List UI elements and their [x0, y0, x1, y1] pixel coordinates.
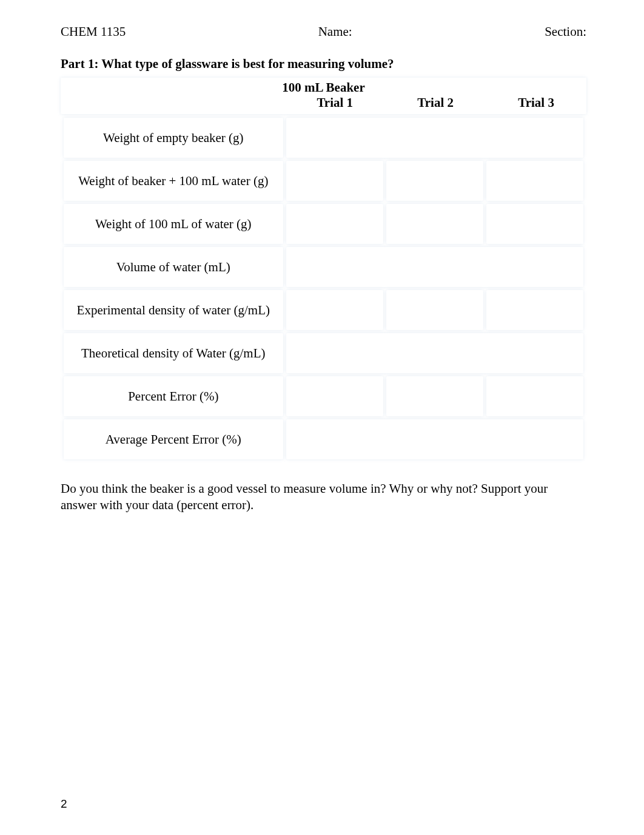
table-column-headers: Trial 1 Trial 2 Trial 3	[61, 95, 586, 110]
cell-r7-t1[interactable]	[286, 376, 383, 416]
cell-r7-t2[interactable]	[386, 376, 483, 416]
col-header-trial1: Trial 1	[284, 95, 385, 110]
section-label: Section:	[545, 24, 586, 39]
table-row: Weight of beaker + 100 mL water (g)	[64, 161, 583, 201]
row-label-water-weight: Weight of 100 mL of water (g)	[64, 204, 283, 244]
cell-r2-t2[interactable]	[386, 161, 483, 201]
cell-r3-t2[interactable]	[386, 204, 483, 244]
row-label-theo-density: Theoretical density of Water (g/mL)	[64, 333, 283, 373]
table-row: Percent Error (%)	[64, 376, 583, 416]
row-label-avg-percent-error: Average Percent Error (%)	[64, 419, 283, 459]
part-title: Part 1: What type of glassware is best f…	[61, 56, 586, 72]
cell-theo-density-wide[interactable]	[286, 333, 583, 373]
data-table: Weight of empty beaker (g) Weight of bea…	[61, 115, 586, 462]
cell-empty-beaker-wide[interactable]	[286, 118, 583, 158]
table-row: Weight of empty beaker (g)	[64, 118, 583, 158]
cell-volume-wide[interactable]	[286, 247, 583, 287]
table-header-block: 100 mL Beaker Trial 1 Trial 2 Trial 3	[61, 78, 586, 114]
cell-r2-t1[interactable]	[286, 161, 383, 201]
row-label-exp-density: Experimental density of water (g/mL)	[64, 290, 283, 330]
table-row: Weight of 100 mL of water (g)	[64, 204, 583, 244]
row-label-volume: Volume of water (mL)	[64, 247, 283, 287]
page-header: CHEM 1135 Name: Section:	[61, 24, 586, 39]
cell-r5-t1[interactable]	[286, 290, 383, 330]
table-row: Experimental density of water (g/mL)	[64, 290, 583, 330]
col-header-trial2: Trial 2	[385, 95, 486, 110]
cell-r2-t3[interactable]	[486, 161, 583, 201]
cell-avg-error-wide[interactable]	[286, 419, 583, 459]
col-header-trial3: Trial 3	[486, 95, 586, 110]
name-label: Name:	[318, 24, 352, 39]
cell-r5-t3[interactable]	[486, 290, 583, 330]
cell-r3-t1[interactable]	[286, 204, 383, 244]
table-title: 100 mL Beaker	[61, 80, 586, 95]
cell-r7-t3[interactable]	[486, 376, 583, 416]
table-row: Volume of water (mL)	[64, 247, 583, 287]
cell-r5-t2[interactable]	[386, 290, 483, 330]
course-code: CHEM 1135	[61, 24, 126, 39]
row-label-beaker-plus-water: Weight of beaker + 100 mL water (g)	[64, 161, 283, 201]
blank-header-cell	[61, 95, 284, 110]
table-row: Average Percent Error (%)	[64, 419, 583, 459]
question-text: Do you think the beaker is a good vessel…	[61, 481, 586, 514]
row-label-percent-error: Percent Error (%)	[64, 376, 283, 416]
table-row: Theoretical density of Water (g/mL)	[64, 333, 583, 373]
page-number: 2	[61, 797, 67, 811]
row-label-empty-beaker: Weight of empty beaker (g)	[64, 118, 283, 158]
cell-r3-t3[interactable]	[486, 204, 583, 244]
